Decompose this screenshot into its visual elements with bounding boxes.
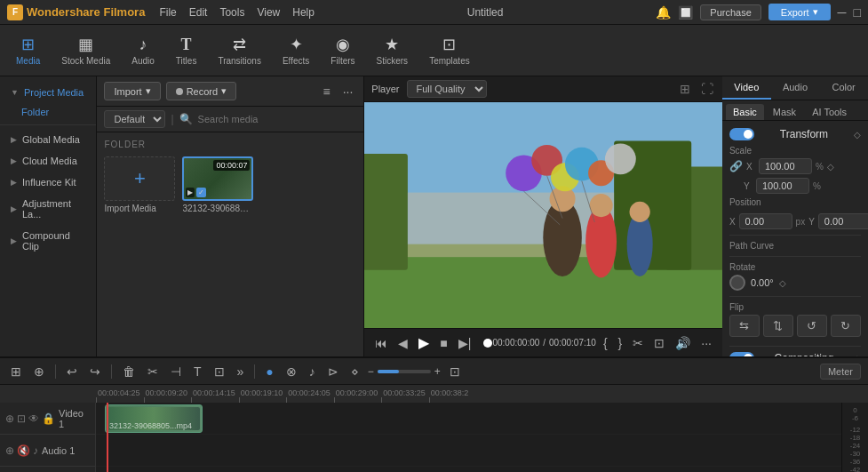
transform-toggle[interactable]: [729, 128, 754, 140]
tool-audio[interactable]: ♪ Audio: [123, 32, 163, 69]
mark-in-button[interactable]: {: [600, 334, 611, 352]
rotate-dial[interactable]: [729, 275, 745, 291]
cut-button[interactable]: ✂: [144, 363, 162, 380]
record-button[interactable]: Record ▾: [166, 82, 236, 100]
sidebar-item-global-media[interactable]: ▶ Global Media: [0, 129, 96, 150]
rotate-keyframe-icon[interactable]: ◇: [779, 278, 786, 288]
quality-select[interactable]: Full Quality: [407, 80, 487, 98]
menu-view[interactable]: View: [257, 6, 280, 19]
fit-button[interactable]: ⊡: [446, 363, 464, 380]
list-item[interactable]: 00:00:07 ▶ ✓ 32132-39068805...: [182, 156, 253, 213]
filter-icon[interactable]: ≡: [320, 83, 334, 100]
step-forward-button[interactable]: ▶|: [455, 334, 475, 352]
export-button[interactable]: Export ▾: [768, 4, 831, 20]
tool-templates[interactable]: ⊡ Templates: [420, 31, 479, 69]
monitor-button[interactable]: ⊡: [650, 334, 668, 352]
split-button[interactable]: ✂: [629, 334, 647, 352]
volume-button[interactable]: 🔊: [672, 334, 694, 352]
purchase-button[interactable]: Purchase: [700, 4, 760, 20]
tool-stock-media[interactable]: ▦ Stock Media: [52, 31, 119, 69]
audio-add-icon[interactable]: ⊕: [5, 444, 14, 457]
import-media-button[interactable]: +: [104, 156, 175, 201]
audio-snap-button[interactable]: ♪: [306, 363, 319, 380]
delete-button[interactable]: 🗑: [119, 363, 139, 380]
menu-file[interactable]: File: [159, 6, 176, 19]
menu-tools[interactable]: Tools: [219, 6, 244, 19]
tool-effects[interactable]: ✦ Effects: [274, 31, 318, 69]
zoom-slider[interactable]: [378, 370, 431, 373]
redo-button[interactable]: ↪: [86, 363, 104, 380]
transform-keyframe-icon[interactable]: ◇: [854, 130, 861, 140]
minimize-icon[interactable]: ─: [838, 5, 847, 20]
scale-x-input[interactable]: [759, 158, 812, 174]
import-button[interactable]: Import ▾: [104, 82, 160, 100]
position-y-input[interactable]: [818, 213, 868, 229]
step-back-button[interactable]: ◀: [394, 334, 411, 352]
snap-button[interactable]: ●: [262, 363, 276, 380]
playhead[interactable]: [107, 403, 108, 472]
subtab-ai-tools[interactable]: AI Tools: [805, 104, 854, 120]
tool-media[interactable]: ⊞ Media: [7, 31, 49, 69]
sidebar-item-compound-clip[interactable]: ▶ Compound Clip: [0, 225, 96, 257]
flip-r-button[interactable]: ↺: [797, 315, 827, 337]
tool-filters[interactable]: ◉ Filters: [322, 31, 363, 69]
tab-video[interactable]: Video: [722, 76, 771, 100]
text-button[interactable]: T: [190, 363, 205, 380]
scale-y-input[interactable]: [756, 178, 809, 194]
track-add-icon[interactable]: ⊕: [5, 412, 14, 425]
menu-help[interactable]: Help: [292, 6, 315, 19]
video-clip[interactable]: 32132-39068805...mp4: [105, 404, 203, 433]
compositing-toggle[interactable]: [729, 352, 754, 356]
view-select[interactable]: Default: [104, 110, 165, 128]
more-icon[interactable]: ···: [339, 83, 357, 100]
magnetic-button[interactable]: ⊕: [30, 363, 48, 380]
mark-out-button[interactable]: }: [615, 334, 626, 352]
split-tl-button[interactable]: ⊣: [167, 363, 185, 380]
more-tl-button[interactable]: »: [234, 363, 248, 380]
tab-audio[interactable]: Audio: [771, 76, 820, 100]
audio-level-icon[interactable]: ♪: [33, 444, 38, 457]
notification-icon[interactable]: 🔔: [656, 5, 671, 20]
flip-l-button[interactable]: ↻: [831, 315, 861, 337]
flip-h-button[interactable]: ⇆: [729, 315, 760, 337]
sidebar-item-adjustment[interactable]: ▶ Adjustment La...: [0, 193, 96, 225]
video-thumbnail[interactable]: 00:00:07 ▶ ✓: [182, 156, 253, 201]
undo-button[interactable]: ↩: [63, 363, 81, 380]
play-button[interactable]: ▶: [415, 332, 433, 353]
scale-x-keyframe-icon[interactable]: ◇: [827, 162, 834, 172]
subtab-basic[interactable]: Basic: [726, 104, 764, 120]
flip-v-button[interactable]: ⇅: [763, 315, 793, 337]
sidebar-item-project-media[interactable]: ▼ Project Media: [0, 82, 96, 103]
sidebar-item-cloud-media[interactable]: ▶ Cloud Media: [0, 150, 96, 172]
track-lock-icon[interactable]: 🔒: [42, 412, 55, 425]
track-link-icon[interactable]: ⊡: [17, 412, 26, 425]
zoom-in-icon[interactable]: +: [434, 365, 441, 378]
sidebar-item-folder[interactable]: Folder: [0, 103, 96, 121]
position-x-input[interactable]: [739, 213, 792, 229]
tool-transitions[interactable]: ⇄ Transitions: [209, 31, 270, 69]
crop-button[interactable]: ⊡: [211, 363, 228, 380]
badge-icon[interactable]: 🔲: [678, 5, 693, 20]
menu-edit[interactable]: Edit: [189, 6, 208, 19]
marker-button[interactable]: ⊗: [283, 363, 300, 380]
maximize-icon[interactable]: □: [854, 5, 861, 20]
tab-color[interactable]: Color: [819, 76, 868, 100]
keyframe-button[interactable]: ⋄: [347, 363, 362, 380]
fullscreen-icon[interactable]: ⛶: [699, 80, 715, 98]
more-controls-button[interactable]: ···: [697, 334, 715, 352]
search-input[interactable]: [198, 114, 357, 124]
add-track-button[interactable]: ⊞: [7, 363, 25, 380]
stop-button[interactable]: ■: [436, 334, 450, 352]
compositing-keyframe-icon[interactable]: ◇: [854, 354, 861, 357]
meter-button[interactable]: Meter: [820, 364, 861, 380]
speed-button[interactable]: ⊳: [324, 363, 342, 380]
tool-stickers[interactable]: ★ Stickers: [368, 31, 418, 69]
audio-mute-icon[interactable]: 🔇: [17, 444, 30, 457]
rewind-button[interactable]: ⏮: [371, 334, 391, 352]
zoom-out-icon[interactable]: −: [368, 365, 374, 378]
sidebar-item-influence-kit[interactable]: ▶ Influence Kit: [0, 172, 96, 193]
tool-titles[interactable]: T Titles: [167, 32, 206, 69]
subtab-mask[interactable]: Mask: [766, 104, 803, 120]
track-eye-icon[interactable]: 👁: [28, 412, 39, 425]
grid-view-icon[interactable]: ⊞: [678, 80, 692, 98]
